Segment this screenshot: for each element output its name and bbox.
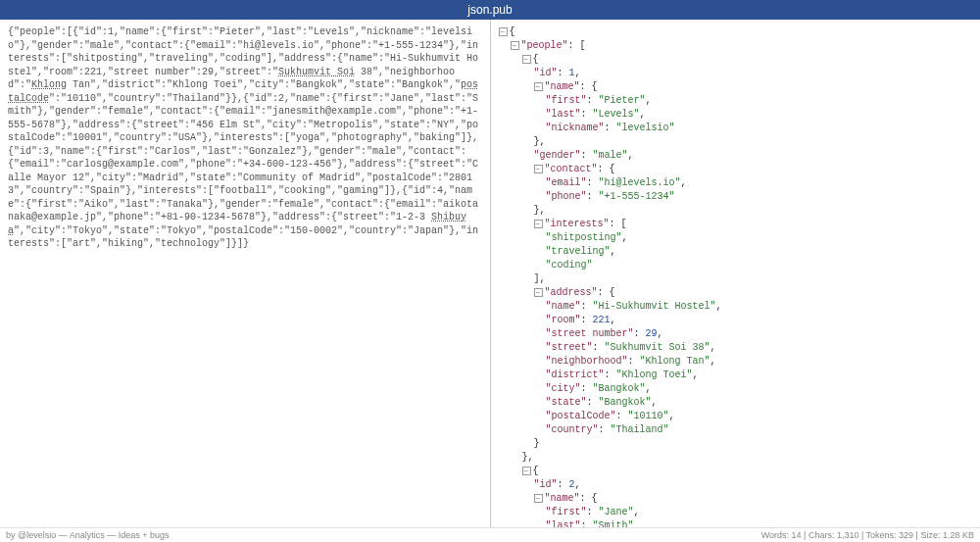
tree-line: "coding" xyxy=(499,259,973,272)
tree-line: "nickname": "levelsio" xyxy=(499,122,973,135)
tree-line: "district": "Khlong Toei", xyxy=(499,369,973,382)
collapse-toggle[interactable]: − xyxy=(511,41,519,50)
tree-line: −"name": { xyxy=(499,80,973,94)
collapse-toggle[interactable]: − xyxy=(534,82,543,91)
tree-line: −{ xyxy=(499,465,973,478)
footer-link[interactable]: Analytics xyxy=(70,530,105,540)
collapse-toggle[interactable]: − xyxy=(534,165,543,173)
status-bar: by @levelsio — Analytics — Ideas + bugs … xyxy=(0,527,980,542)
raw-json-pane[interactable]: {"people":[{"id":1,"name":{"first":"Piet… xyxy=(0,20,491,527)
tree-line: "first": "Jane", xyxy=(499,506,973,519)
collapse-toggle[interactable]: − xyxy=(522,55,531,64)
app-header: json.pub xyxy=(0,0,980,20)
app-title: json.pub xyxy=(467,3,512,17)
tree-line: "room": 221, xyxy=(499,314,973,327)
tree-line: −"people": [ xyxy=(499,39,973,53)
footer-link[interactable]: Ideas + bugs xyxy=(119,530,170,540)
tree-line: }, xyxy=(499,135,973,149)
tree-line: "neighborhood": "Khlong Tan", xyxy=(499,355,973,369)
tree-line: "last": "Levels", xyxy=(499,108,973,122)
tree-line: "city": "Bangkok", xyxy=(499,382,973,396)
tree-line: −"address": { xyxy=(499,286,973,300)
raw-json-text[interactable]: {"people":[{"id":1,"name":{"first":"Piet… xyxy=(8,25,482,251)
collapse-toggle[interactable]: − xyxy=(522,467,531,475)
collapse-toggle[interactable]: − xyxy=(534,494,543,503)
tree-line: "name": "Hi-Sukhumvit Hostel", xyxy=(499,300,973,314)
tree-line: −{ xyxy=(499,53,973,67)
tree-line: "street": "Sukhumvit Soi 38", xyxy=(499,341,973,355)
json-tree[interactable]: −{ −"people": [ −{ "id": 1, −"name": { "… xyxy=(499,25,973,527)
tree-line: "country": "Thailand" xyxy=(499,423,973,437)
collapse-toggle[interactable]: − xyxy=(534,288,543,297)
tree-json-pane[interactable]: −{ −"people": [ −{ "id": 1, −"name": { "… xyxy=(491,20,981,527)
tree-line: −"contact": { xyxy=(499,163,973,176)
tree-line: "email": "hi@levels.io", xyxy=(499,176,973,190)
main-split: {"people":[{"id":1,"name":{"first":"Piet… xyxy=(0,20,980,527)
tree-line: "postalCode": "10110", xyxy=(499,410,973,423)
tree-line: "shitposting", xyxy=(499,231,973,245)
tree-line: }, xyxy=(499,451,973,465)
footer-link[interactable]: by @levelsio xyxy=(6,530,56,540)
tree-line: "first": "Pieter", xyxy=(499,94,973,108)
tree-line: "state": "Bangkok", xyxy=(499,396,973,410)
tree-line: −"interests": [ xyxy=(499,218,973,231)
tree-line: "last": "Smith" xyxy=(499,519,973,527)
tree-line: "traveling", xyxy=(499,245,973,259)
footer-left: by @levelsio — Analytics — Ideas + bugs xyxy=(6,530,170,540)
footer-stats: Words: 14 | Chars: 1,310 | Tokens: 329 |… xyxy=(761,530,974,540)
tree-line: ], xyxy=(499,272,973,286)
tree-line: } xyxy=(499,437,973,451)
tree-line: "gender": "male", xyxy=(499,149,973,163)
collapse-toggle[interactable]: − xyxy=(534,220,543,228)
tree-line: "id": 2, xyxy=(499,478,973,492)
tree-line: "id": 1, xyxy=(499,67,973,80)
tree-line: "phone": "+1-555-1234" xyxy=(499,190,973,204)
tree-line: −{ xyxy=(499,25,973,39)
tree-line: }, xyxy=(499,204,973,218)
tree-line: "street number": 29, xyxy=(499,327,973,341)
collapse-toggle[interactable]: − xyxy=(499,27,508,36)
tree-line: −"name": { xyxy=(499,492,973,506)
